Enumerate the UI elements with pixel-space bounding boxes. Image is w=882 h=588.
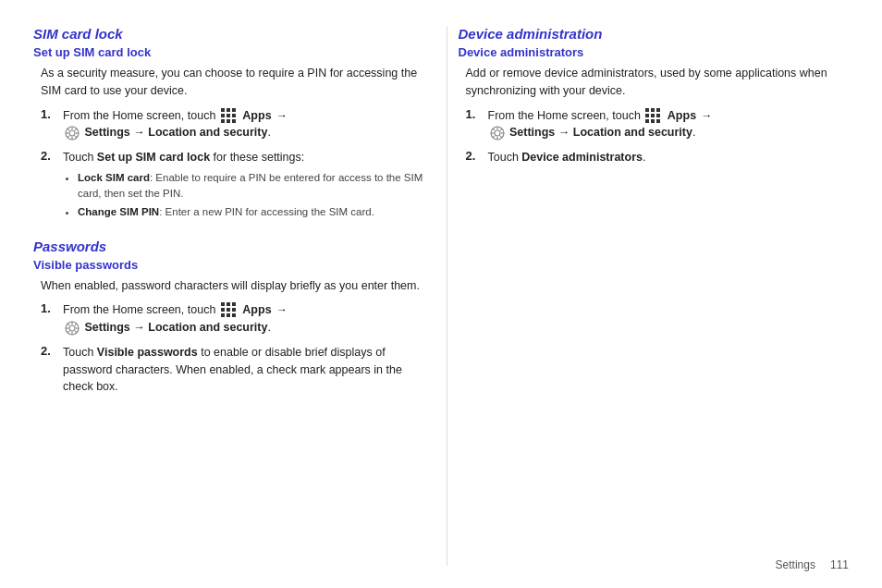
pwd-step-1-apps-label: Apps xyxy=(242,303,271,316)
dev-step-number-1: 1. xyxy=(466,107,484,142)
left-column: SIM card lock Set up SIM card lock As a … xyxy=(33,26,447,566)
sim-bullet-list: Lock SIM card: Enable to require a PIN b… xyxy=(63,170,424,221)
apps-grid-icon-2 xyxy=(221,302,238,318)
right-column: Device administration Device administrat… xyxy=(447,26,850,566)
pwd-step-2-content: Touch Visible passwords to enable or dis… xyxy=(63,344,424,396)
svg-point-11 xyxy=(69,325,75,331)
sim-card-lock-intro: As a security measure, you can choose to… xyxy=(33,65,424,100)
pwd-step-1: 1. From the Home screen, touch Apps → xyxy=(33,301,424,337)
change-pin-text: : Enter a new PIN for accessing the SIM … xyxy=(159,206,374,217)
svg-line-27 xyxy=(500,136,502,138)
footer-label: Settings xyxy=(776,558,815,571)
svg-line-16 xyxy=(67,324,69,325)
settings-icon-1 xyxy=(65,126,80,141)
dev-step-1: 1. From the Home screen, touch Apps → xyxy=(459,107,850,142)
bullet-change-pin: Change SIM PIN: Enter a new PIN for acce… xyxy=(78,204,424,220)
sim-step-1: 1. From the Home screen, touch Apps → xyxy=(33,107,424,142)
change-pin-bold: Change SIM PIN xyxy=(78,206,159,217)
passwords-intro: When enabled, password characters will d… xyxy=(33,277,424,295)
dev-step-1-content: From the Home screen, touch Apps → xyxy=(488,107,850,142)
settings-icon-2 xyxy=(65,321,80,336)
svg-line-29 xyxy=(492,136,494,138)
apps-grid-icon-1 xyxy=(221,108,238,124)
svg-line-7 xyxy=(75,136,77,138)
svg-line-8 xyxy=(75,129,77,130)
dev-step-number-2: 2. xyxy=(466,149,484,166)
pwd-step-1-text-before: From the Home screen, touch xyxy=(63,303,215,316)
sim-card-lock-section: SIM card lock Set up SIM card lock As a … xyxy=(33,26,424,224)
svg-point-1 xyxy=(69,130,75,136)
sim-step-1-content: From the Home screen, touch Apps → xyxy=(63,107,424,142)
sim-card-lock-subtitle: Set up SIM card lock xyxy=(33,45,424,59)
sim-step-2-content: Touch Set up SIM card lock for these set… xyxy=(63,149,424,224)
dev-step-1-text-before: From the Home screen, touch xyxy=(488,109,641,122)
device-admins-subtitle: Device administrators xyxy=(459,45,850,59)
device-admin-section: Device administration Device administrat… xyxy=(459,26,850,166)
pwd-step-2: 2. Touch Visible passwords to enable or … xyxy=(33,344,424,396)
lock-sim-bold: Lock SIM card xyxy=(78,172,150,183)
dev-step-1-apps-label: Apps xyxy=(668,109,696,122)
svg-line-26 xyxy=(492,129,494,130)
svg-line-6 xyxy=(67,129,69,130)
bullet-lock-sim: Lock SIM card: Enable to require a PIN b… xyxy=(78,170,424,202)
sim-step-1-arrow: → xyxy=(276,109,288,122)
dev-step-2-content: Touch Device administrators. xyxy=(488,149,850,166)
passwords-title: Passwords xyxy=(33,239,424,254)
dev-step-1-arrow: → xyxy=(702,109,713,122)
sim-step-1-apps-label: Apps xyxy=(242,109,271,122)
step-number-1: 1. xyxy=(41,107,59,142)
passwords-section: Passwords Visible passwords When enabled… xyxy=(33,239,424,397)
dev-step-1-settings-text: Settings → Location and security xyxy=(509,126,692,139)
pwd-step-1-settings-text: Settings → Location and security xyxy=(84,321,267,334)
pwd-step-number-2: 2. xyxy=(41,344,59,396)
sim-step-2: 2. Touch Set up SIM card lock for these … xyxy=(33,149,424,224)
apps-grid-icon-3 xyxy=(645,108,662,124)
device-admin-intro: Add or remove device administrators, use… xyxy=(459,65,850,100)
svg-line-18 xyxy=(75,324,77,325)
svg-line-9 xyxy=(67,136,69,138)
pwd-step-1-arrow: → xyxy=(276,303,288,316)
sim-card-lock-title: SIM card lock xyxy=(33,26,424,42)
dev-step-2-bold: Device administrators xyxy=(521,151,643,164)
pwd-step-number-1: 1. xyxy=(41,301,59,337)
settings-icon-3 xyxy=(490,126,505,141)
sim-step-1-text-before: From the Home screen, touch xyxy=(63,109,215,122)
pwd-step-2-bold: Visible passwords xyxy=(97,346,198,359)
pwd-step-1-content: From the Home screen, touch Apps → xyxy=(63,301,424,337)
svg-line-28 xyxy=(500,129,502,130)
sim-step-2-bold: Set up SIM card lock xyxy=(97,151,210,164)
svg-line-17 xyxy=(75,331,77,333)
sim-step-1-settings-text: Settings → Location and security xyxy=(84,126,267,139)
device-admin-title: Device administration xyxy=(459,26,850,42)
step-number-2: 2. xyxy=(41,149,59,224)
svg-point-21 xyxy=(495,130,500,136)
visible-passwords-subtitle: Visible passwords xyxy=(33,258,424,272)
footer-page-number: 111 xyxy=(830,558,849,571)
page-footer: Settings 111 xyxy=(776,558,849,571)
svg-line-19 xyxy=(67,331,69,333)
dev-step-2: 2. Touch Device administrators. xyxy=(459,149,850,166)
